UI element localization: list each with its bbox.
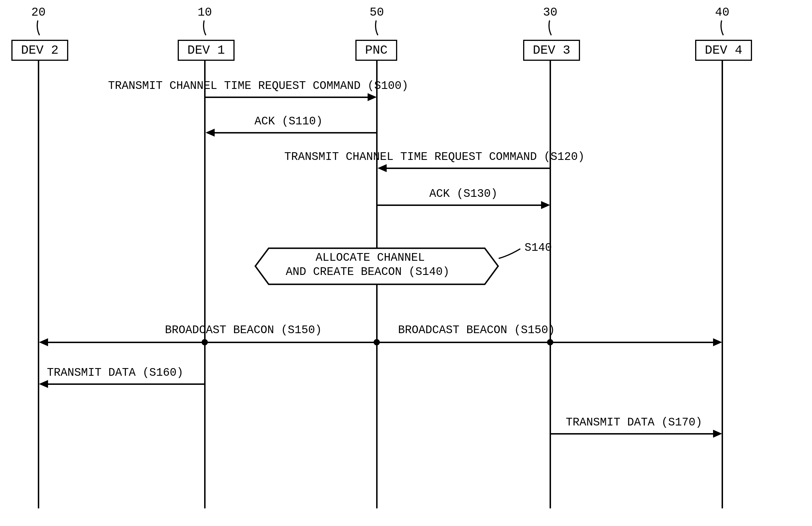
- lifeline-dev4: [722, 60, 723, 508]
- ref-tick-dev3: [545, 20, 556, 37]
- hex-s140-text2: AND CREATE BEACON (S140): [286, 266, 450, 278]
- hex-s140-text1: ALLOCATE CHANNEL: [316, 251, 425, 264]
- msg-s170: TRANSMIT DATA (S170): [566, 416, 702, 429]
- arrow-s110: [212, 132, 377, 134]
- ref-tick-pnc: [371, 20, 382, 37]
- ref-tick-dev2: [33, 20, 44, 37]
- ref-num-dev3: 30: [543, 6, 557, 19]
- arrowhead-s100: [368, 93, 377, 101]
- arrowhead-s110: [205, 129, 215, 137]
- lane-dev4: DEV 4: [695, 40, 752, 61]
- arrow-s120: [385, 168, 550, 169]
- callout-s140-line: [497, 247, 523, 264]
- msg-s110: ACK (S110): [255, 115, 323, 128]
- dot-s150-dev1: [202, 339, 208, 345]
- arrowhead-s120: [378, 164, 387, 172]
- arrowhead-s170: [713, 430, 722, 438]
- ref-num-dev1: 10: [198, 6, 212, 19]
- msg-s150-left: BROADCAST BEACON (S150): [165, 324, 322, 336]
- arrow-s130: [378, 205, 542, 206]
- msg-s120: TRANSMIT CHANNEL TIME REQUEST COMMAND (S…: [284, 151, 584, 163]
- msg-s150-right: BROADCAST BEACON (S150): [398, 324, 555, 336]
- arrow-s160: [45, 384, 205, 385]
- ref-num-dev2: 20: [31, 6, 45, 19]
- msg-s100: TRANSMIT CHANNEL TIME REQUEST COMMAND (S…: [108, 79, 408, 92]
- lane-dev2: DEV 2: [11, 40, 68, 61]
- lane-dev1: DEV 1: [178, 40, 235, 61]
- lane-dev3: DEV 3: [523, 40, 580, 61]
- lifeline-dev2: [38, 60, 39, 508]
- dot-s150-dev3: [547, 339, 553, 345]
- ref-num-pnc: 50: [369, 6, 384, 19]
- ref-tick-dev1: [199, 20, 211, 37]
- msg-s160: TRANSMIT DATA (S160): [47, 366, 184, 379]
- ref-num-dev4: 40: [715, 6, 729, 19]
- lifeline-dev3: [550, 60, 551, 508]
- arrowhead-s150-right: [713, 338, 722, 346]
- sequence-diagram: 20 10 50 30 40 DEV 2 DEV 1 PNC DEV 3 DEV…: [0, 0, 812, 526]
- lane-pnc: PNC: [356, 40, 397, 61]
- arrow-s170: [551, 433, 714, 435]
- dot-s150-pnc: [374, 339, 380, 345]
- ref-tick-dev4: [716, 20, 728, 37]
- msg-s130: ACK (S130): [429, 187, 497, 200]
- arrowhead-s130: [541, 201, 550, 209]
- callout-s140: S140: [525, 241, 552, 254]
- arrowhead-s150-left: [39, 338, 48, 346]
- arrow-s100: [205, 96, 371, 98]
- lifeline-dev1: [204, 60, 205, 508]
- arrowhead-s160: [39, 380, 48, 388]
